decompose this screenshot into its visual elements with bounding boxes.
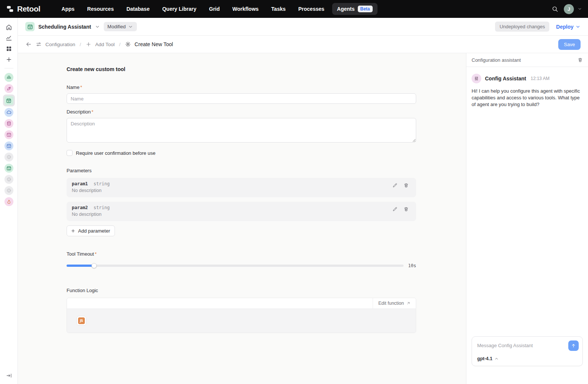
nav-item-query-library[interactable]: Query Library <box>157 3 201 15</box>
agent-switcher-chevron-icon[interactable] <box>95 24 100 29</box>
parameter-description: No description <box>72 212 392 217</box>
analytics-icon[interactable] <box>3 32 15 43</box>
tool-timeout-label: Tool Timeout* <box>67 251 416 257</box>
chat-transcript: Config Assistant 12:13 AM Hi! I can help… <box>466 67 588 336</box>
breadcrumb-configuration[interactable]: Configuration <box>45 42 75 47</box>
sidebar-app-rocket[interactable] <box>4 84 13 93</box>
sidebar-app-sphere-2[interactable] <box>4 175 13 184</box>
user-avatar[interactable]: J <box>564 4 574 14</box>
function-logic-label: Function Logic <box>67 288 416 293</box>
send-message-button[interactable] <box>568 340 579 351</box>
arrow-up-icon <box>571 343 576 348</box>
collapse-sidebar-icon[interactable] <box>0 372 18 379</box>
apps-grid-icon[interactable] <box>3 43 15 54</box>
create-tool-gear-icon <box>125 41 131 47</box>
nav-item-grid[interactable]: Grid <box>204 3 225 15</box>
parameters-label: Parameters <box>67 168 416 173</box>
nav-item-apps[interactable]: Apps <box>57 3 79 15</box>
configuration-sliders-icon <box>36 41 42 47</box>
nav-item-workflows[interactable]: Workflows <box>228 3 264 15</box>
home-icon[interactable] <box>3 22 15 32</box>
sidebar-app-calendar-green[interactable]: 12 <box>4 164 13 173</box>
confirmation-checkbox-label: Require user confirmation before use <box>76 150 155 156</box>
deploy-label: Deploy <box>556 24 573 30</box>
message-timestamp: 12:13 AM <box>531 76 550 81</box>
nav-item-agents-label: Agents <box>337 6 354 12</box>
sidebar-app-flame[interactable] <box>4 197 13 206</box>
description-input[interactable] <box>67 118 416 143</box>
create-tool-form: Create new custom tool Name* Description… <box>67 66 416 333</box>
edit-parameter-icon[interactable] <box>392 183 398 188</box>
svg-text:12: 12 <box>8 135 10 137</box>
create-new-icon[interactable] <box>3 54 15 65</box>
clear-chat-trash-icon[interactable] <box>578 57 583 63</box>
sidebar-app-calendar-blue[interactable]: 12 <box>4 141 13 150</box>
parameter-name: param1 <box>72 181 88 186</box>
account-chevron-down-icon[interactable] <box>578 7 582 11</box>
nav-item-agents[interactable]: Agents Beta <box>332 3 377 15</box>
nav-item-processes[interactable]: Processes <box>293 3 329 15</box>
message-text: Hi! I can help you configure this agent … <box>472 88 583 108</box>
edit-function-button[interactable]: Edit function <box>373 298 416 308</box>
model-chevron-up-icon <box>494 356 499 361</box>
delete-parameter-icon[interactable] <box>404 207 409 212</box>
sidebar-app-sphere-3[interactable] <box>4 186 13 195</box>
assistant-panel-title: Configuration assistant <box>472 57 578 63</box>
javascript-icon: JS <box>78 317 85 324</box>
sidebar-app-calendar-pink[interactable]: 12 <box>4 130 13 139</box>
confirmation-checkbox[interactable] <box>67 150 73 156</box>
description-label: Description* <box>67 109 416 115</box>
save-button[interactable]: Save <box>558 39 581 50</box>
js-function-node[interactable]: JS <box>77 316 86 326</box>
undeployed-changes-badge: Undeployed changes <box>495 22 549 32</box>
breadcrumb-add-tool[interactable]: Add Tool <box>95 42 115 47</box>
sidebar-app-sphere-1[interactable] <box>4 153 13 161</box>
slider-track[interactable] <box>67 265 404 267</box>
status-dropdown[interactable]: Modified <box>104 22 137 31</box>
retool-logo[interactable]: Retool <box>6 4 40 13</box>
slider-fill <box>67 265 94 267</box>
svg-text:12: 12 <box>29 26 31 29</box>
function-logic-body: JS <box>67 309 416 333</box>
required-asterisk: * <box>80 84 82 90</box>
parameter-row: param1 string No description <box>67 178 416 197</box>
name-input[interactable] <box>67 93 416 104</box>
svg-text:12: 12 <box>8 100 10 102</box>
nav-item-tasks[interactable]: Tasks <box>266 3 290 15</box>
plus-icon <box>71 228 75 233</box>
svg-text:12: 12 <box>8 168 10 170</box>
message-sender: Config Assistant <box>485 76 526 81</box>
sidebar-app-scheduling-selected[interactable]: 12 <box>3 95 15 106</box>
parameter-name: param2 <box>72 205 88 210</box>
edit-parameter-icon[interactable] <box>392 207 398 212</box>
required-asterisk: * <box>95 251 97 257</box>
assistant-message-input[interactable] <box>477 340 568 348</box>
model-selector[interactable]: gpt-4.1 <box>477 356 579 361</box>
assistant-avatar <box>472 74 481 83</box>
sidebar-app-cloud[interactable] <box>4 108 13 117</box>
function-logic-panel: Edit function JS <box>67 298 416 333</box>
breadcrumb-create-new-tool: Create New Tool <box>135 41 173 47</box>
nav-item-database[interactable]: Database <box>122 3 154 15</box>
form-title: Create new custom tool <box>67 66 416 72</box>
add-parameter-button[interactable]: Add parameter <box>67 225 115 236</box>
search-icon[interactable] <box>550 4 560 14</box>
breadcrumb-bar: Configuration / Add Tool / Create New To… <box>18 36 588 53</box>
beta-badge: Beta <box>358 6 373 12</box>
agent-toolbar: 12 Scheduling Assistant Modified Undeplo… <box>18 18 588 36</box>
tool-timeout-slider[interactable] <box>67 263 404 268</box>
status-label: Modified <box>107 24 126 29</box>
agent-name: Scheduling Assistant <box>38 24 91 30</box>
sidebar-app-database[interactable] <box>4 119 13 128</box>
nav-item-resources[interactable]: Resources <box>82 3 119 15</box>
confirmation-checkbox-row[interactable]: Require user confirmation before use <box>67 150 416 156</box>
back-arrow-icon[interactable] <box>25 41 32 48</box>
nav-items: Apps Resources Database Query Library Gr… <box>57 3 377 15</box>
model-name: gpt-4.1 <box>477 356 492 361</box>
deploy-button[interactable]: Deploy <box>556 24 581 30</box>
name-label: Name* <box>67 84 416 90</box>
svg-text:12: 12 <box>8 146 10 148</box>
delete-parameter-icon[interactable] <box>404 183 409 188</box>
slider-handle[interactable] <box>91 263 97 268</box>
sidebar-app-hat[interactable] <box>4 73 13 82</box>
